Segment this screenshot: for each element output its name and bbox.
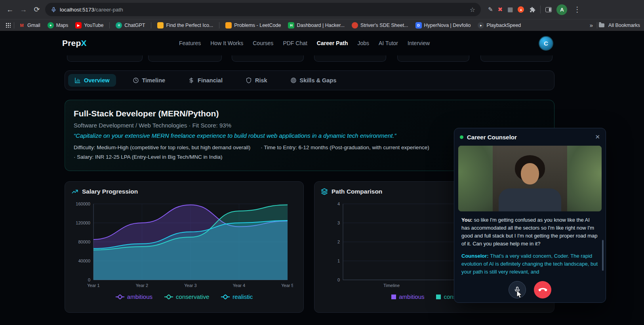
salary-chart-legend: ambitiousconservativerealistic	[71, 293, 297, 300]
bookmark-favicon	[225, 22, 232, 29]
back-button[interactable]: ←	[3, 3, 17, 16]
call-controls	[454, 276, 606, 303]
tab-risk[interactable]: Risk	[239, 74, 274, 87]
toolbar-separator	[540, 6, 541, 13]
bookmark-label: PlaybackSpeed	[486, 23, 521, 28]
nav-item-how-it-works[interactable]: How It Works	[210, 40, 243, 46]
close-icon[interactable]: ✕	[595, 133, 600, 141]
menu-kebab-icon[interactable]: ⋮	[572, 3, 582, 16]
chat-message-counselor: Counselor: That's a very valid concern, …	[461, 252, 598, 276]
address-bar[interactable]: localhost:5173/career-path ☆	[45, 3, 481, 16]
legend-label: ambitious	[399, 293, 424, 300]
side-panel-icon[interactable]	[545, 7, 552, 12]
stat-card-cutoff	[232, 55, 304, 62]
path-chart-title: Path Comparison	[332, 188, 382, 195]
bookmark-label: Maps	[56, 23, 69, 28]
bookmarks-bar: MGmail●Maps▶YouTube✳ChatGPTFind the Perf…	[0, 19, 644, 31]
stat-card-cutoff	[314, 55, 386, 62]
bookmark-label: HyperNova | Devfolio	[424, 23, 471, 28]
grid-extension-icon[interactable]: ▦	[507, 6, 513, 13]
bookmark-maps[interactable]: ●Maps	[45, 21, 71, 30]
nav-item-features[interactable]: Features	[179, 40, 201, 46]
svg-text:Year 5: Year 5	[281, 283, 293, 288]
stat-card-cutoff	[397, 55, 469, 62]
legend-item-conservative[interactable]: conservative	[164, 293, 209, 300]
counselor-torso	[499, 188, 561, 211]
nav-item-interview[interactable]: Interview	[408, 40, 430, 46]
bookmark-favicon: D	[415, 22, 422, 29]
bookmark-favicon	[157, 22, 164, 29]
microphone-icon[interactable]	[51, 7, 57, 13]
apps-grid-icon[interactable]	[6, 23, 11, 28]
chat-speaker: You:	[461, 217, 474, 223]
svg-text:0: 0	[88, 277, 90, 282]
legend-label: ambitious	[127, 293, 152, 300]
tab-skills-gaps[interactable]: Skills & Gaps	[284, 74, 343, 87]
svg-text:Year 4: Year 4	[233, 283, 245, 288]
browser-profile-avatar[interactable]: A	[556, 4, 567, 15]
svg-text:160000: 160000	[76, 201, 90, 206]
legend-label: conservative	[176, 293, 209, 300]
reload-button[interactable]: ⟳	[30, 3, 44, 16]
bookmark-label: Striver's SDE Sheet...	[360, 23, 408, 28]
bookmark-hypernova-devfolio[interactable]: DHyperNova | Devfolio	[413, 21, 474, 30]
bookmarks-separator	[219, 22, 219, 29]
red-extension-icon[interactable]: ✖	[498, 6, 503, 13]
nav-item-ai-tutor[interactable]: AI Tutor	[379, 40, 398, 46]
end-call-button[interactable]	[534, 281, 551, 298]
tab-financial[interactable]: Financial	[182, 74, 229, 87]
bookmark-favicon: ▸	[478, 22, 484, 29]
bookmark-playbackspeed[interactable]: ▸PlaybackSpeed	[475, 21, 524, 30]
nav-item-career-path[interactable]: Career Path	[317, 40, 348, 46]
orange-extension-icon[interactable]: ▲	[518, 6, 524, 13]
section-tabs: OverviewTimelineFinancialRiskSkills & Ga…	[65, 70, 554, 90]
mute-microphone-button[interactable]	[509, 281, 526, 298]
video-background-right	[563, 146, 602, 211]
salary-chart-canvas: 04000080000120000160000Year 1Year 2Year …	[71, 199, 293, 290]
svg-text:Year 3: Year 3	[184, 283, 196, 288]
site-nav: FeaturesHow It WorksCoursesPDF ChatCaree…	[179, 40, 430, 46]
all-bookmarks-button[interactable]: All Bookmarks	[599, 23, 640, 28]
nav-item-pdf-chat[interactable]: PDF Chat	[283, 40, 307, 46]
chat-speaker: Counselor:	[461, 253, 490, 259]
bookmark-label: Dashboard | Hacker...	[297, 23, 345, 28]
career-counselor-overlay: Career Counselor ✕ You: so like I'm gett…	[454, 128, 606, 303]
bookmark-striver-s-sde-sheet[interactable]: Striver's SDE Sheet...	[349, 21, 411, 30]
legend-item-ambitious[interactable]: ambitious	[391, 293, 424, 300]
bookmark-dashboard-hacker[interactable]: HDashboard | Hacker...	[285, 21, 347, 30]
site-logo[interactable]: PrepX	[62, 38, 87, 48]
legend-item-ambitious[interactable]: ambitious	[116, 293, 152, 300]
site-header: PrepX FeaturesHow It WorksCoursesPDF Cha…	[0, 31, 644, 55]
bookmark-favicon: ✳	[116, 22, 122, 29]
pen-extension-icon[interactable]: ✎	[488, 6, 493, 13]
bookmarks-separator	[151, 22, 151, 29]
bookmark-favicon: ●	[48, 22, 54, 29]
logo-suffix: X	[81, 38, 87, 48]
chat-transcript: You: so like I'm getting confused as you…	[454, 211, 606, 276]
site-user-avatar[interactable]: C	[539, 36, 553, 51]
tab-timeline[interactable]: Timeline	[126, 74, 172, 87]
chat-scrollbar[interactable]	[602, 240, 604, 271]
bookmark-youtube[interactable]: ▶YouTube	[72, 21, 106, 30]
counselor-face	[521, 163, 539, 184]
svg-text:0: 0	[337, 277, 340, 282]
tab-overview[interactable]: Overview	[68, 74, 116, 87]
folder-icon	[599, 23, 604, 27]
extensions-puzzle-icon[interactable]	[529, 6, 535, 13]
bookmark-gmail[interactable]: MGmail	[16, 21, 43, 30]
counselor-title: Career Counselor	[467, 134, 517, 141]
nav-item-jobs[interactable]: Jobs	[357, 40, 369, 46]
svg-text:120000: 120000	[76, 220, 90, 225]
bookmark-find-the-perfect-ico[interactable]: Find the Perfect Ico...	[154, 21, 216, 30]
nav-item-courses[interactable]: Courses	[253, 40, 273, 46]
difficulty-text: Difficulty: Medium-High (competitive for…	[74, 144, 250, 150]
stat-card-cutoff	[67, 55, 143, 62]
bookmark-star-icon[interactable]: ☆	[470, 6, 475, 13]
bookmark-chatgpt[interactable]: ✳ChatGPT	[113, 21, 148, 30]
bookmark-problems-leetcode[interactable]: Problems - LeetCode	[223, 21, 284, 30]
time-to-entry-text: · Time to Entry: 6-12 months (Post-gradu…	[261, 144, 429, 150]
bookmarks-overflow-chevron[interactable]: »	[590, 22, 593, 29]
url-host: localhost:5173	[60, 7, 94, 13]
legend-item-realistic[interactable]: realistic	[221, 293, 253, 300]
forward-button[interactable]: →	[17, 3, 30, 16]
